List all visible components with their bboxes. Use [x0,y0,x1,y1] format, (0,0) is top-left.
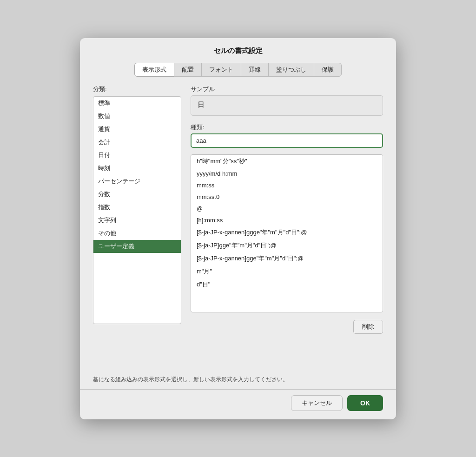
sample-box: 日 [191,95,383,116]
main-row: 分類: 標準 数値 通貨 会計 日付 時刻 パーセンテージ 分数 指数 文字列 … [93,85,383,367]
type-section: 種類: [191,123,383,150]
format-list-item[interactable]: [$-ja-JP]gge"年"m"月"d"日";@ [191,239,383,252]
hint-text: 基になる組み込みの表示形式を選択し、新しい表示形式を入力してください。 [93,367,383,389]
category-item[interactable]: 文字列 [93,214,181,227]
category-item-user-defined[interactable]: ユーザー定義 [93,240,181,253]
right-panel: サンプル 日 種類: h"時"mm"分"ss"秒" yyyy/m/d h:mm … [191,85,383,367]
format-list-item[interactable]: mm:ss [191,179,383,191]
format-list-item[interactable]: mm:ss.0 [191,191,383,203]
footer-buttons: キャンセル OK [80,390,396,419]
format-list-item[interactable]: [h]:mm:ss [191,214,383,226]
category-item[interactable]: 数値 [93,110,181,123]
category-item[interactable]: 指数 [93,201,181,214]
category-item[interactable]: 時刻 [93,162,181,175]
category-item[interactable]: 分数 [93,188,181,201]
tab-align[interactable]: 配置 [174,63,201,77]
category-item[interactable]: パーセンテージ [93,175,181,188]
category-item[interactable]: 通貨 [93,123,181,136]
cancel-button[interactable]: キャンセル [291,395,343,411]
category-list: 標準 数値 通貨 会計 日付 時刻 パーセンテージ 分数 指数 文字列 その他 … [93,96,181,324]
tab-font[interactable]: フォント [201,63,241,77]
type-input[interactable] [191,133,383,148]
dialog-title: セルの書式設定 [80,38,396,60]
sample-section: サンプル 日 [191,85,383,119]
tab-display-format[interactable]: 表示形式 [134,63,174,77]
ok-button[interactable]: OK [347,395,383,411]
format-list-item[interactable]: [$-ja-JP-x-gannen]gge"年"m"月"d"日";@ [191,252,383,265]
tab-fill[interactable]: 塗りつぶし [268,63,314,77]
tab-protect[interactable]: 保護 [314,63,342,77]
dialog-content: 分類: 標準 数値 通貨 会計 日付 時刻 パーセンテージ 分数 指数 文字列 … [80,81,396,389]
format-list-item[interactable]: m"月" [191,265,383,278]
format-list-item[interactable]: yyyy/m/d h:mm [191,168,383,179]
delete-row: 削除 [191,320,383,334]
category-item[interactable]: 会計 [93,136,181,149]
left-panel: 分類: 標準 数値 通貨 会計 日付 時刻 パーセンテージ 分数 指数 文字列 … [93,85,181,367]
category-item[interactable]: 日付 [93,149,181,162]
type-label: 種類: [191,123,383,132]
sample-label: サンプル [191,85,383,93]
format-list-item[interactable]: d"日" [191,278,383,291]
category-section-label: 分類: [93,85,181,93]
format-list: h"時"mm"分"ss"秒" yyyy/m/d h:mm mm:ss mm:ss… [191,154,383,312]
format-list-item[interactable]: @ [191,203,383,214]
tabs-bar: 表示形式 配置 フォント 罫線 塗りつぶし 保護 [80,60,396,81]
format-list-item[interactable]: [$-ja-JP-x-gannen]ggge"年"m"月"d"日";@ [191,226,383,239]
category-item[interactable]: その他 [93,227,181,240]
format-list-item[interactable]: h"時"mm"分"ss"秒" [191,155,383,168]
delete-button[interactable]: 削除 [353,320,383,334]
category-item[interactable]: 標準 [93,97,181,110]
dialog: セルの書式設定 表示形式 配置 フォント 罫線 塗りつぶし 保護 分類: 標準 … [80,38,396,419]
tab-border[interactable]: 罫線 [241,63,268,77]
